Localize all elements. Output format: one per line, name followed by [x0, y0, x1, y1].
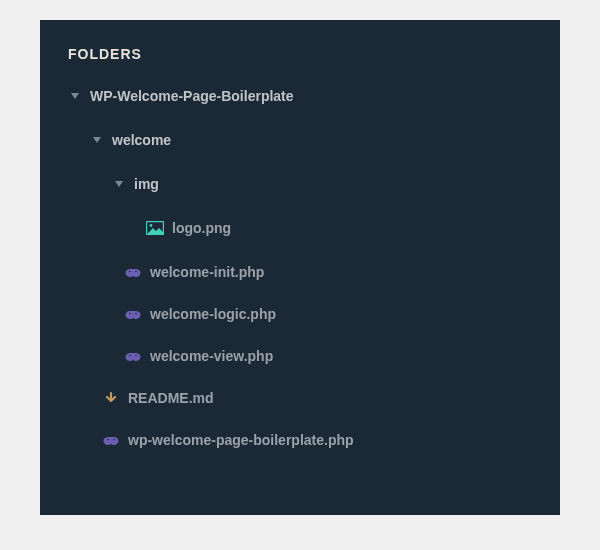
- folder-row-img[interactable]: img: [68, 168, 532, 200]
- file-label: wp-welcome-page-boilerplate.php: [128, 432, 354, 448]
- folder-label: img: [134, 176, 159, 192]
- file-row-welcome-logic[interactable]: welcome-logic.php: [68, 298, 532, 330]
- panel-title: FOLDERS: [68, 46, 532, 62]
- file-label: welcome-logic.php: [150, 306, 276, 322]
- folder-label: WP-Welcome-Page-Boilerplate: [90, 88, 294, 104]
- chevron-down-icon: [112, 177, 126, 191]
- file-row-logo[interactable]: logo.png: [68, 212, 532, 244]
- svg-point-6: [135, 271, 137, 273]
- php-icon: [124, 306, 142, 322]
- image-icon: [146, 220, 164, 236]
- file-label: logo.png: [172, 220, 231, 236]
- folder-label: welcome: [112, 132, 171, 148]
- file-row-welcome-init[interactable]: welcome-init.php: [68, 256, 532, 288]
- svg-point-1: [150, 224, 153, 227]
- svg-point-16: [135, 355, 137, 357]
- chevron-down-icon: [90, 133, 104, 147]
- php-icon: [124, 264, 142, 280]
- file-label: README.md: [128, 390, 214, 406]
- svg-point-20: [107, 439, 109, 441]
- file-label: welcome-init.php: [150, 264, 264, 280]
- svg-point-5: [129, 271, 131, 273]
- php-icon: [102, 432, 120, 448]
- svg-point-11: [135, 313, 137, 315]
- file-row-plugin[interactable]: wp-welcome-page-boilerplate.php: [68, 424, 532, 456]
- svg-point-15: [129, 355, 131, 357]
- svg-point-21: [113, 439, 115, 441]
- folder-row-root[interactable]: WP-Welcome-Page-Boilerplate: [68, 80, 532, 112]
- markdown-icon: [102, 390, 120, 406]
- file-label: welcome-view.php: [150, 348, 273, 364]
- file-row-readme[interactable]: README.md: [68, 382, 532, 414]
- svg-point-10: [129, 313, 131, 315]
- php-icon: [124, 348, 142, 364]
- file-row-welcome-view[interactable]: welcome-view.php: [68, 340, 532, 372]
- sidebar-panel: FOLDERS WP-Welcome-Page-Boilerplate welc…: [40, 20, 560, 515]
- chevron-down-icon: [68, 89, 82, 103]
- folder-row-welcome[interactable]: welcome: [68, 124, 532, 156]
